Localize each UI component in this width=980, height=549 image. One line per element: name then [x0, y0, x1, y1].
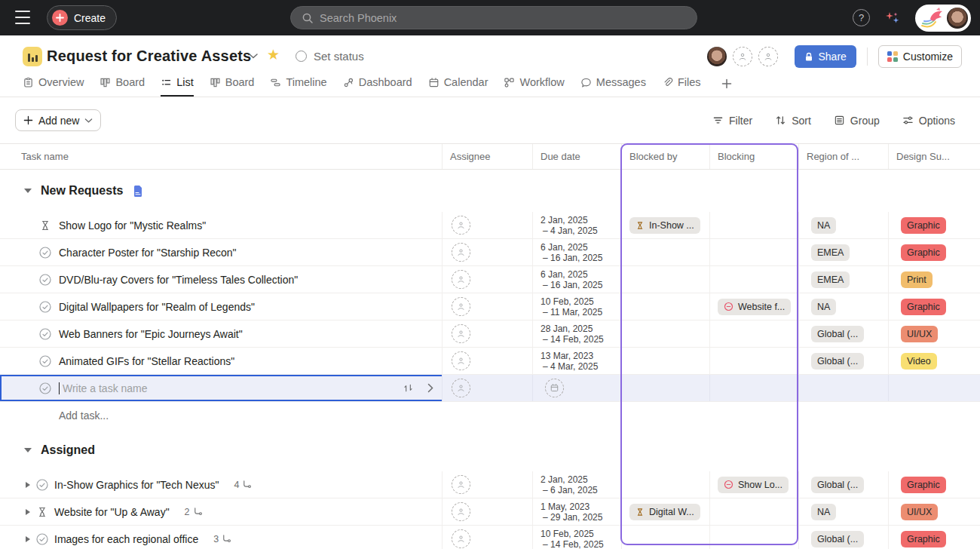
- expand-caret-icon[interactable]: [26, 536, 30, 542]
- region-chip[interactable]: NA: [811, 217, 836, 234]
- table-row[interactable]: DVD/Blu-ray Covers for "Timeless Tales C…: [0, 266, 980, 293]
- customize-button[interactable]: Customize: [878, 45, 962, 68]
- region-chip[interactable]: NA: [811, 504, 836, 520]
- assignee-placeholder[interactable]: [452, 297, 470, 316]
- tab-calendar[interactable]: Calendar: [428, 70, 488, 97]
- region-chip[interactable]: Global (...: [811, 531, 864, 547]
- region-chip[interactable]: Global (...: [811, 477, 864, 493]
- region-chip[interactable]: Global (...: [811, 353, 864, 370]
- due-date[interactable]: 2 Jan, 2025– 4 Jan, 2025: [541, 215, 598, 236]
- table-row[interactable]: Images for each regional office 3 10 Feb…: [0, 526, 980, 549]
- assignee-placeholder[interactable]: [452, 324, 470, 343]
- invite-avatar-placeholder[interactable]: [758, 47, 778, 66]
- blocking-chip[interactable]: Website f...: [718, 299, 791, 315]
- assignee-placeholder[interactable]: [452, 529, 470, 548]
- check-circle-icon[interactable]: [39, 274, 51, 286]
- design-chip[interactable]: Print: [901, 271, 933, 288]
- subtask-count[interactable]: 4: [234, 480, 252, 490]
- filter-button[interactable]: Filter: [712, 115, 752, 127]
- add-task-button[interactable]: Add task...: [0, 402, 980, 429]
- design-chip[interactable]: UI/UX: [901, 326, 938, 342]
- design-chip[interactable]: UI/UX: [901, 504, 938, 520]
- sort-button[interactable]: Sort: [775, 115, 811, 127]
- tab-files[interactable]: Files: [662, 70, 701, 97]
- assignee-placeholder[interactable]: [452, 243, 470, 262]
- assignee-placeholder[interactable]: [452, 475, 470, 494]
- column-header-due-date[interactable]: Due date: [532, 144, 621, 169]
- sparkles-icon[interactable]: [884, 9, 902, 27]
- tab-timeline[interactable]: Timeline: [270, 70, 326, 97]
- add-view-button[interactable]: [721, 70, 732, 97]
- chevron-down-icon[interactable]: [248, 52, 259, 60]
- tab-dashboard[interactable]: Dashboard: [343, 70, 412, 97]
- blocked-by-chip[interactable]: In-Show ...: [629, 217, 700, 234]
- expand-caret-icon[interactable]: [26, 482, 30, 488]
- hourglass-icon[interactable]: [39, 219, 51, 232]
- collapse-caret-icon[interactable]: [24, 189, 32, 193]
- tab-overview[interactable]: Overview: [23, 70, 84, 97]
- share-button[interactable]: Share: [795, 45, 856, 68]
- expand-caret-icon[interactable]: [26, 509, 30, 515]
- account-pill[interactable]: [915, 5, 971, 32]
- add-new-button[interactable]: Add new: [15, 109, 101, 131]
- new-task-row[interactable]: Write a task name: [0, 375, 980, 402]
- due-date[interactable]: 10 Feb, 2025– 11 Mar, 2025: [541, 296, 602, 317]
- design-chip[interactable]: Graphic: [901, 299, 946, 315]
- design-chip[interactable]: Graphic: [901, 531, 946, 547]
- menu-icon[interactable]: [15, 11, 30, 24]
- design-chip[interactable]: Graphic: [901, 477, 946, 493]
- column-header-blocking[interactable]: Blocking: [709, 144, 798, 169]
- due-date[interactable]: 13 Mar, 2023– 4 Mar, 2025: [541, 351, 598, 372]
- chevron-right-icon[interactable]: [427, 383, 434, 393]
- section-header-assigned[interactable]: Assigned: [0, 429, 980, 471]
- table-row[interactable]: Digital Wallpapers for "Realm of Legends…: [0, 293, 980, 321]
- tab-messages[interactable]: Messages: [580, 70, 646, 97]
- set-status-button[interactable]: Set status: [296, 50, 364, 63]
- tab-board-2[interactable]: Board: [210, 70, 255, 97]
- assignee-placeholder[interactable]: [452, 379, 470, 397]
- check-circle-icon[interactable]: [39, 355, 51, 367]
- region-chip[interactable]: NA: [811, 299, 836, 315]
- new-task-input[interactable]: Write a task name: [63, 382, 148, 394]
- check-circle-icon[interactable]: [39, 247, 51, 259]
- section-header-new-requests[interactable]: New Requests: [0, 170, 980, 212]
- invite-avatar-placeholder[interactable]: [733, 47, 752, 66]
- options-button[interactable]: Options: [902, 115, 955, 127]
- due-date[interactable]: 28 Jan, 2025– 14 Feb, 2025: [541, 324, 604, 345]
- column-header-task-name[interactable]: Task name: [0, 144, 442, 169]
- favorite-star-icon[interactable]: ★: [267, 46, 280, 63]
- due-date[interactable]: 10 Feb, 2025– 14 Feb, 2025: [541, 529, 604, 549]
- column-header-assignee[interactable]: Assignee: [442, 144, 532, 169]
- doc-icon[interactable]: [132, 185, 144, 198]
- tab-list[interactable]: List: [161, 70, 194, 97]
- create-button[interactable]: Create: [47, 5, 117, 30]
- project-icon[interactable]: [23, 47, 42, 66]
- region-chip[interactable]: EMEA: [811, 271, 850, 288]
- due-date[interactable]: 2 Jan, 2025– 6 Jan, 2025: [541, 474, 598, 495]
- design-chip[interactable]: Graphic: [901, 244, 946, 261]
- tab-board-1[interactable]: Board: [100, 70, 145, 97]
- column-header-region[interactable]: Region of ...: [798, 144, 888, 169]
- blocked-by-chip[interactable]: Digital W...: [629, 504, 700, 520]
- tab-workflow[interactable]: Workflow: [504, 70, 564, 97]
- design-chip[interactable]: Video: [901, 353, 937, 370]
- group-button[interactable]: Group: [834, 115, 880, 127]
- assignee-placeholder[interactable]: [452, 502, 470, 521]
- table-row[interactable]: Show Logo for "Mystic Realms" 2 Jan, 202…: [0, 212, 980, 239]
- member-avatar[interactable]: [707, 47, 727, 66]
- due-date[interactable]: 6 Jan, 2025– 16 Jan, 2025: [541, 269, 602, 290]
- check-circle-icon[interactable]: [39, 301, 51, 313]
- subtask-count[interactable]: 2: [185, 507, 203, 517]
- column-header-design[interactable]: Design Su...: [888, 144, 980, 169]
- help-icon[interactable]: ?: [853, 9, 870, 26]
- check-circle-icon[interactable]: [39, 328, 51, 340]
- table-row[interactable]: Website for "Up & Away" 2 1 May, 2023– 2…: [0, 498, 980, 526]
- table-row[interactable]: Web Banners for "Epic Journeys Await" 28…: [0, 321, 980, 348]
- collapse-caret-icon[interactable]: [24, 448, 32, 452]
- region-chip[interactable]: EMEA: [811, 244, 850, 261]
- column-header-blocked-by[interactable]: Blocked by: [621, 144, 709, 169]
- table-row[interactable]: Animated GIFs for "Stellar Reactions" 13…: [0, 348, 980, 375]
- move-task-icon[interactable]: [403, 382, 414, 394]
- hourglass-icon[interactable]: [36, 506, 48, 518]
- subtask-count[interactable]: 3: [213, 534, 231, 544]
